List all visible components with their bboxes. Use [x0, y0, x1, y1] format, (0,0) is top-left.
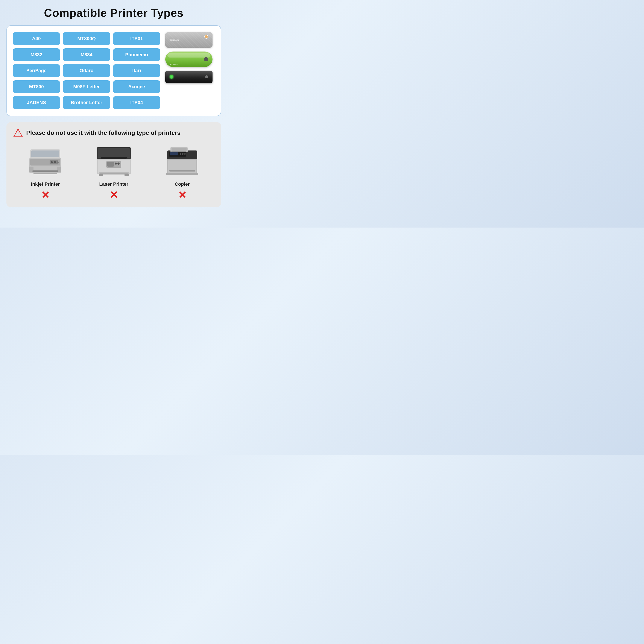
tag-6: PeriPage: [13, 64, 60, 77]
tag-3: M832: [13, 48, 60, 61]
copier-image: [161, 144, 204, 178]
svg-rect-40: [166, 173, 198, 175]
page-title: Compatible Printer Types: [6, 6, 221, 19]
tag-14: ITP04: [113, 96, 160, 109]
tag-1: MT800Q: [63, 32, 110, 45]
case-logo: peripage: [170, 39, 179, 41]
svg-rect-30: [172, 148, 187, 152]
laser-image: [92, 144, 135, 178]
tag-2: ITP01: [113, 32, 160, 45]
svg-point-20: [115, 163, 117, 165]
laser-cross: ✕: [109, 190, 118, 200]
warning-header: ! Please do not use it with the followin…: [13, 128, 214, 138]
svg-rect-24: [99, 174, 103, 176]
black-btn-green: [170, 75, 173, 79]
svg-rect-12: [32, 170, 58, 172]
svg-rect-39: [169, 170, 195, 172]
printer-types-row: Inkjet Printer ✕: [13, 144, 214, 200]
svg-rect-15: [101, 157, 127, 159]
svg-rect-25: [125, 174, 129, 176]
svg-point-8: [54, 161, 56, 163]
svg-point-36: [184, 153, 186, 155]
inkjet-label: Inkjet Printer: [31, 181, 60, 187]
inkjet-cross: ✕: [41, 190, 50, 200]
svg-rect-4: [31, 150, 59, 157]
warning-icon: !: [13, 128, 23, 138]
svg-text:!: !: [17, 132, 19, 136]
svg-point-21: [117, 163, 120, 165]
copier-svg: [163, 145, 202, 177]
svg-point-9: [57, 161, 59, 163]
warning-text: Please do not use it with the following …: [26, 129, 181, 136]
svg-rect-5: [33, 173, 57, 174]
svg-point-35: [182, 153, 184, 155]
tag-4: M834: [63, 48, 110, 61]
laser-svg: [94, 145, 133, 177]
compatible-section: A40MT800QITP01M832M834PhomemoPeriPageOda…: [6, 25, 221, 116]
svg-point-34: [180, 153, 181, 155]
warning-section: ! Please do not use it with the followin…: [6, 122, 221, 207]
svg-rect-33: [170, 152, 178, 155]
case-dot: [204, 35, 208, 39]
copier-cross: ✕: [178, 190, 187, 200]
tags-grid: A40MT800QITP01M832M834PhomemoPeriPageOda…: [13, 32, 160, 109]
inkjet-image: [24, 144, 67, 178]
tag-11: Aixiqee: [113, 80, 160, 93]
tag-0: A40: [13, 32, 60, 45]
tag-5: Phomemo: [113, 48, 160, 61]
tag-13: Brother Letter: [63, 96, 110, 109]
tag-7: Odaro: [63, 64, 110, 77]
laser-label: Laser Printer: [99, 181, 128, 187]
svg-rect-14: [98, 148, 130, 158]
copier-type: Copier ✕: [150, 144, 214, 200]
green-dot: [204, 57, 208, 61]
inkjet-type: Inkjet Printer ✕: [13, 144, 77, 200]
laser-type: Laser Printer ✕: [82, 144, 146, 200]
copier-label: Copier: [175, 181, 190, 187]
printer-images: peripage peripage: [165, 32, 215, 83]
svg-point-7: [51, 161, 53, 163]
black-printer-image: [165, 71, 213, 83]
inkjet-svg: [26, 145, 65, 177]
black-btn-gray: [205, 75, 208, 78]
green-roller-image: peripage: [165, 52, 213, 67]
tag-12: JADENS: [13, 96, 60, 109]
tag-10: M08F Letter: [63, 80, 110, 93]
svg-rect-19: [107, 162, 114, 167]
tag-8: Itari: [113, 64, 160, 77]
svg-rect-23: [100, 173, 128, 174]
green-logo: peripage: [170, 63, 178, 65]
fabric-case-image: peripage: [165, 32, 213, 48]
tag-9: MT800: [13, 80, 60, 93]
